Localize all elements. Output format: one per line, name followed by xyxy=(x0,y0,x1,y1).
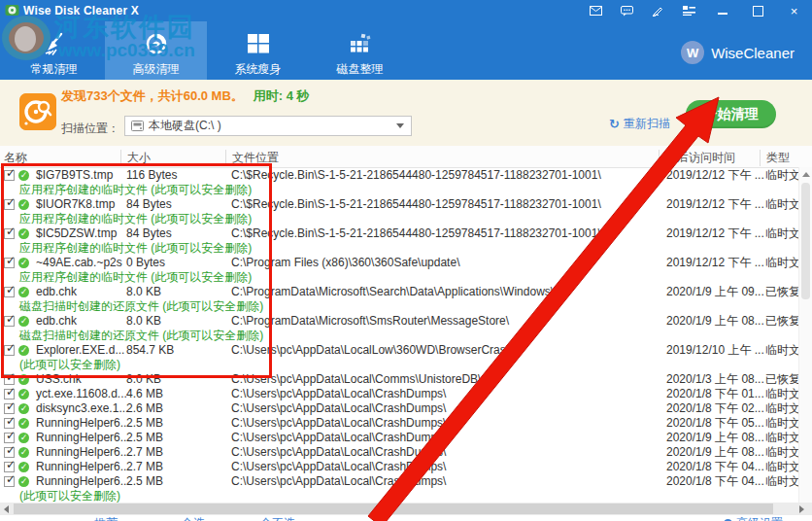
file-name: USS.chk xyxy=(36,372,82,387)
close-button[interactable]: × xyxy=(776,0,812,21)
table-row[interactable]: ✓✓RunningHelper6...2.5 MBC:\Users\pc\App… xyxy=(0,431,812,445)
tab-normal-clean[interactable]: 常规清理 xyxy=(3,21,105,80)
maximize-button[interactable] xyxy=(740,0,776,21)
chat-icon[interactable] xyxy=(611,0,642,21)
start-clean-button[interactable]: 开始清理 xyxy=(686,100,776,128)
table-row[interactable]: ✓✓~49AE.cab.~p2s0 BytesC:\Program Files … xyxy=(0,256,812,285)
tab-system-slim[interactable]: 系统瘦身 xyxy=(207,21,309,80)
minimize-button[interactable] xyxy=(704,0,740,21)
table-row[interactable]: ✓✓RunningHelper6...2.5 MBC:\Users\pc\App… xyxy=(0,416,812,431)
horizontal-scroll-thumb[interactable] xyxy=(14,504,773,514)
select-none-link[interactable]: 全不选 xyxy=(260,515,295,521)
column-header-type[interactable]: 类型 xyxy=(760,150,790,166)
scroll-up-icon[interactable] xyxy=(802,172,810,177)
file-name: yct.exe.11608.d... xyxy=(36,387,127,401)
table-row-main[interactable]: ✓✓edb.chk8.0 KBC:\ProgramData\Microsoft\… xyxy=(0,314,812,329)
mail-icon[interactable] xyxy=(580,0,611,21)
row-checkbox[interactable]: ✓ xyxy=(4,476,15,487)
column-header-time[interactable]: 最后访问时间 xyxy=(659,150,735,166)
file-path: C:\Users\pc\AppData\Local\Comms\Unistore… xyxy=(231,372,481,387)
table-row[interactable]: ✓✓disksync3.exe.1...2.6 MBC:\Users\pc\Ap… xyxy=(0,401,812,416)
table-row[interactable]: ✓✓RunningHelper6...2.7 MBC:\Users\pc\App… xyxy=(0,445,812,460)
vertical-scrollbar[interactable] xyxy=(798,167,812,504)
advanced-settings-link[interactable]: 高级设置 xyxy=(724,515,783,521)
row-checkbox[interactable]: ✓ xyxy=(4,316,15,327)
row-checkbox[interactable]: ✓ xyxy=(4,447,15,458)
table-row-main[interactable]: ✓✓USS.chk8.0 KBC:\Users\pc\AppData\Local… xyxy=(0,372,812,387)
table-row-main[interactable]: ✓✓edb.chk8.0 KBC:\ProgramData\Microsoft\… xyxy=(0,285,812,299)
table-row[interactable]: ✓✓$IC5DZSW.tmp84 BytesC:\$Recycle.Bin\S-… xyxy=(0,226,812,256)
table-row-main[interactable]: ✓✓$IG7B9TS.tmp116 BytesC:\$Recycle.Bin\S… xyxy=(0,168,812,183)
table-row[interactable]: ✓✓RunningHelper6...2.5 MBC:\Users\pc\App… xyxy=(0,474,812,504)
check-icon: ✓ xyxy=(6,283,16,297)
table-row-main[interactable]: ✓✓Explorer.EXE.d...854.7 KBC:\Users\pc\A… xyxy=(0,343,812,358)
check-icon: ✓ xyxy=(6,341,16,356)
row-checkbox[interactable]: ✓ xyxy=(4,170,15,181)
status-ok-icon: ✓ xyxy=(18,374,29,385)
row-checkbox[interactable]: ✓ xyxy=(4,228,15,239)
row-checkbox[interactable]: ✓ xyxy=(4,389,15,399)
table-row-main[interactable]: ✓✓yct.exe.11608.d...4.6 MBC:\Users\pc\Ap… xyxy=(0,387,812,401)
row-checkbox[interactable]: ✓ xyxy=(4,345,15,356)
rescan-label: 重新扫描 xyxy=(624,116,670,132)
table-row-main[interactable]: ✓✓$IC5DZSW.tmp84 BytesC:\$Recycle.Bin\S-… xyxy=(0,226,812,241)
row-checkbox[interactable]: ✓ xyxy=(4,433,15,443)
row-checkbox[interactable]: ✓ xyxy=(4,374,15,385)
menu-list-icon[interactable] xyxy=(673,0,704,21)
row-checkbox[interactable]: ✓ xyxy=(4,258,15,268)
table-row[interactable]: ✓✓RunningHelper6...2.7 MBC:\Users\pc\App… xyxy=(0,460,812,474)
check-icon: ✓ xyxy=(6,399,16,414)
table-row-main[interactable]: ✓✓~49AE.cab.~p2s0 BytesC:\Program Files … xyxy=(0,256,812,270)
horizontal-scrollbar[interactable] xyxy=(0,503,812,515)
file-path: C:\Users\pc\AppData\Local\CrashDumps\ xyxy=(231,431,446,445)
table-row-main[interactable]: ✓✓$IUOR7K8.tmp84 BytesC:\$Recycle.Bin\S-… xyxy=(0,197,812,212)
scan-location-select[interactable]: 本地硬盘(C:\ ) xyxy=(124,116,412,136)
column-header-size[interactable]: 大小 xyxy=(120,150,151,166)
check-icon: ✓ xyxy=(6,195,16,210)
table-row[interactable]: ✓✓edb.chk8.0 KBC:\ProgramData\Microsoft\… xyxy=(0,314,812,343)
scroll-right-icon[interactable] xyxy=(799,505,804,513)
deep-clean-icon xyxy=(144,29,169,58)
table-row-main[interactable]: ✓✓disksync3.exe.1...2.6 MBC:\Users\pc\Ap… xyxy=(0,401,812,416)
table-footer: 推荐 全选 全不选 高级设置 xyxy=(0,515,812,521)
table-row[interactable]: ✓✓edb.chk8.0 KBC:\ProgramData\Microsoft\… xyxy=(0,285,812,314)
file-path: C:\ProgramData\Microsoft\SmsRouter\Messa… xyxy=(231,314,509,329)
column-header-path[interactable]: 文件位置 xyxy=(225,150,279,166)
file-name: RunningHelper6... xyxy=(36,416,130,431)
file-path: C:\Users\pc\AppData\Local\CrashDumps\ xyxy=(231,387,446,401)
table-row-main[interactable]: ✓✓RunningHelper6...2.5 MBC:\Users\pc\App… xyxy=(0,416,812,431)
table-row-main[interactable]: ✓✓RunningHelper6...2.5 MBC:\Users\pc\App… xyxy=(0,474,812,489)
table-row[interactable]: ✓✓Explorer.EXE.d...854.7 KBC:\Users\pc\A… xyxy=(0,343,812,372)
rescan-button[interactable]: ↻ 重新扫描 xyxy=(609,116,670,132)
tab-disk-defrag[interactable]: 磁盘整理 xyxy=(309,21,411,80)
file-last-access-time: 2020/1/8 下午 05... xyxy=(666,416,764,431)
table-row[interactable]: ✓✓$IUOR7K8.tmp84 BytesC:\$Recycle.Bin\S-… xyxy=(0,197,812,226)
scroll-left-icon[interactable] xyxy=(4,505,9,513)
vertical-scroll-thumb[interactable] xyxy=(801,183,810,299)
row-checkbox[interactable]: ✓ xyxy=(4,462,15,472)
row-checkbox[interactable]: ✓ xyxy=(4,287,15,297)
feedback-pen-icon[interactable] xyxy=(642,0,673,21)
file-path: C:\$Recycle.Bin\S-1-5-21-2186544480-1259… xyxy=(231,168,601,183)
file-name: $IG7B9TS.tmp xyxy=(36,168,113,183)
file-size: 8.0 KB xyxy=(126,372,161,387)
row-checkbox[interactable]: ✓ xyxy=(4,403,15,414)
row-checkbox[interactable]: ✓ xyxy=(4,199,15,210)
table-row[interactable]: ✓✓$IG7B9TS.tmp116 BytesC:\$Recycle.Bin\S… xyxy=(0,168,812,197)
file-last-access-time: 2019/12/12 下午 ... xyxy=(666,256,764,270)
file-table-rows: ✓✓$IG7B9TS.tmp116 BytesC:\$Recycle.Bin\S… xyxy=(0,168,812,504)
select-all-link[interactable]: 全选 xyxy=(182,515,205,521)
status-ok-icon: ✓ xyxy=(18,462,29,472)
wisecleaner-logo[interactable]: W WiseCleaner xyxy=(681,41,795,64)
table-row[interactable]: ✓✓yct.exe.11608.d...4.6 MBC:\Users\pc\Ap… xyxy=(0,387,812,401)
wise-disk-cleaner-window: Wise Disk Cleaner X × xyxy=(0,0,812,521)
recommend-link[interactable]: 推荐 xyxy=(94,515,118,521)
row-checkbox[interactable]: ✓ xyxy=(4,418,15,429)
column-header-name[interactable]: 名称 xyxy=(4,150,27,166)
table-row-main[interactable]: ✓✓RunningHelper6...2.7 MBC:\Users\pc\App… xyxy=(0,445,812,460)
table-row[interactable]: ✓✓USS.chk8.0 KBC:\Users\pc\AppData\Local… xyxy=(0,372,812,387)
tab-advanced-clean[interactable]: 高级清理 xyxy=(105,21,207,80)
tab-label: 磁盘整理 xyxy=(337,61,384,78)
table-row-main[interactable]: ✓✓RunningHelper6...2.7 MBC:\Users\pc\App… xyxy=(0,460,812,474)
table-row-main[interactable]: ✓✓RunningHelper6...2.5 MBC:\Users\pc\App… xyxy=(0,431,812,445)
